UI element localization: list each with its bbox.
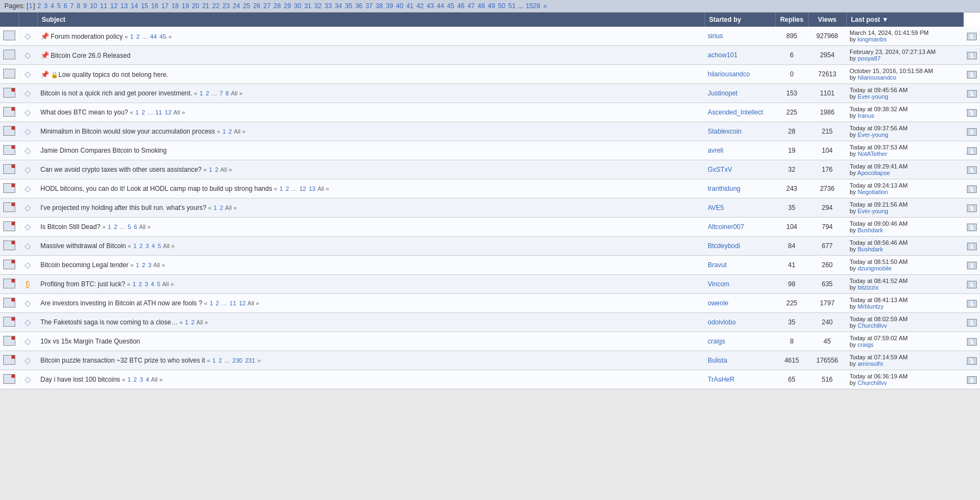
- row-started-by[interactable]: tranthidung: [704, 179, 775, 198]
- subject-link[interactable]: 10x vs 15x Margin Trade Question: [40, 338, 140, 345]
- row-lastpost-icon[interactable]: 📄: [964, 160, 980, 179]
- subject-link[interactable]: The Faketoshi saga is now coming to a cl…: [40, 318, 177, 326]
- started-by-link[interactable]: Ascended_Intellect: [708, 109, 763, 116]
- row-lastpost-icon[interactable]: 📄: [964, 46, 980, 65]
- subject-link[interactable]: Minimalism in Bitcoin would slow your ac…: [40, 128, 215, 135]
- page-49[interactable]: 49: [488, 2, 495, 10]
- row-lastpost-icon[interactable]: 📄: [964, 65, 980, 84]
- row-started-by[interactable]: Justinopet: [704, 84, 775, 103]
- subject-link[interactable]: Forum moderation policy: [51, 33, 123, 40]
- row-subject[interactable]: 📌🔒Low quality topics do not belong here.: [37, 65, 704, 84]
- page-38[interactable]: 38: [375, 2, 383, 10]
- row-lastpost-icon[interactable]: 📄: [964, 275, 980, 294]
- row-started-by[interactable]: GxSTxV: [704, 160, 775, 179]
- page-next[interactable]: »: [543, 2, 547, 10]
- started-by-link[interactable]: hilariousandco: [708, 70, 750, 78]
- page-3[interactable]: 3: [44, 2, 47, 10]
- subject-link[interactable]: HODL bitcoins, you can do it! Look at HO…: [40, 185, 272, 192]
- row-started-by[interactable]: odolvlobo: [704, 313, 775, 332]
- row-subject[interactable]: Bitcoin puzzle transaction ~32 BTC prize…: [37, 351, 704, 370]
- last-post-user-link[interactable]: Ever-young: [858, 208, 888, 214]
- page-48[interactable]: 48: [477, 2, 485, 10]
- page-27[interactable]: 27: [264, 2, 271, 10]
- page-50[interactable]: 50: [498, 2, 505, 10]
- page-45[interactable]: 45: [447, 2, 454, 10]
- row-subject[interactable]: What does BTC mean to you? « 1 2 … 11 12…: [37, 103, 704, 122]
- started-by-link[interactable]: odolvlobo: [708, 318, 736, 326]
- page-30[interactable]: 30: [294, 2, 301, 10]
- last-post-user-link[interactable]: hilariousandco: [858, 74, 897, 81]
- page-51[interactable]: 51: [508, 2, 515, 10]
- started-by-link[interactable]: TrAsHeR: [708, 376, 734, 383]
- page-4[interactable]: 4: [50, 2, 54, 10]
- last-post-user-link[interactable]: Churchillvv: [858, 322, 887, 329]
- page-33[interactable]: 33: [325, 2, 332, 10]
- started-by-link[interactable]: Stablexcoin: [708, 128, 742, 135]
- row-started-by[interactable]: Vincom: [704, 275, 775, 294]
- row-lastpost-icon[interactable]: 📄: [964, 103, 980, 122]
- row-subject[interactable]: 📌Bitcoin Core 26.0 Released: [37, 46, 704, 65]
- page-42[interactable]: 42: [416, 2, 423, 10]
- page-32[interactable]: 32: [314, 2, 321, 10]
- row-started-by[interactable]: Ascended_Intellect: [704, 103, 775, 122]
- row-subject[interactable]: 10x vs 15x Margin Trade Question: [37, 332, 704, 351]
- page-20[interactable]: 20: [192, 2, 199, 10]
- page-43[interactable]: 43: [427, 2, 434, 10]
- row-started-by[interactable]: Btcdeybodi: [704, 237, 775, 256]
- started-by-link[interactable]: sirius: [708, 32, 723, 40]
- page-13[interactable]: 13: [121, 2, 128, 10]
- started-by-link[interactable]: craigs: [708, 338, 725, 345]
- page-28[interactable]: 28: [273, 2, 280, 10]
- page-6[interactable]: 6: [64, 2, 68, 10]
- subject-link[interactable]: Bitcoin is not a quick rich and get poor…: [40, 89, 192, 97]
- row-started-by[interactable]: owenle: [704, 294, 775, 313]
- page-47[interactable]: 47: [468, 2, 475, 10]
- page-19[interactable]: 19: [182, 2, 189, 10]
- row-subject[interactable]: HODL bitcoins, you can do it! Look at HO…: [37, 179, 704, 198]
- row-subject[interactable]: 📌Forum moderation policy « 1 2 … 44 45 »: [37, 27, 704, 46]
- row-started-by[interactable]: Stablexcoin: [704, 122, 775, 141]
- last-post-user-link[interactable]: Bushdark: [858, 246, 883, 252]
- row-started-by[interactable]: Bulista: [704, 351, 775, 370]
- page-40[interactable]: 40: [396, 2, 403, 10]
- page-12[interactable]: 12: [110, 2, 117, 10]
- row-subject[interactable]: I've projected my holding after this bul…: [37, 198, 704, 218]
- last-post-user-link[interactable]: Ever-young: [858, 93, 888, 100]
- row-started-by[interactable]: hilariousandco: [704, 65, 775, 84]
- last-post-user-link[interactable]: kingmanbs: [858, 36, 887, 43]
- last-post-user-link[interactable]: Mrbluntzy: [858, 303, 884, 310]
- started-by-link[interactable]: Altcoiner007: [708, 223, 744, 231]
- row-lastpost-icon[interactable]: 📄: [964, 122, 980, 141]
- last-post-user-link[interactable]: bitzizzix: [858, 284, 879, 291]
- page-7[interactable]: 7: [70, 2, 74, 10]
- page-5[interactable]: 5: [57, 2, 61, 10]
- last-post-user-link[interactable]: NotATether: [858, 150, 887, 157]
- row-subject[interactable]: Are investors investing in Bitcoin at AT…: [37, 294, 704, 313]
- page-21[interactable]: 21: [202, 2, 209, 10]
- last-post-user-link[interactable]: pooya87: [858, 55, 881, 62]
- last-post-user-link[interactable]: Iranus: [858, 112, 875, 119]
- page-16[interactable]: 16: [151, 2, 158, 10]
- page-current[interactable]: 1: [29, 2, 33, 10]
- started-by-link[interactable]: Btcdeybodi: [708, 242, 740, 250]
- row-lastpost-icon[interactable]: 📄: [964, 198, 980, 218]
- subject-link[interactable]: Jamie Dimon Compares Bitcoin to Smoking: [40, 147, 166, 154]
- page-11[interactable]: 11: [100, 2, 107, 10]
- subject-link[interactable]: Is Bitcoin Still Dead?: [40, 223, 100, 231]
- page-36[interactable]: 36: [355, 2, 362, 10]
- row-lastpost-icon[interactable]: 📄: [964, 294, 980, 313]
- subject-link[interactable]: Can we avoid crypto taxes with other use…: [40, 166, 201, 173]
- started-by-link[interactable]: tranthidung: [708, 185, 740, 192]
- last-post-user-link[interactable]: Churchillvv: [858, 379, 887, 386]
- subject-link[interactable]: What does BTC mean to you?: [40, 109, 128, 116]
- row-lastpost-icon[interactable]: 📄: [964, 179, 980, 198]
- last-post-user-link[interactable]: Negotiation: [858, 189, 888, 195]
- page-29[interactable]: 29: [284, 2, 291, 10]
- page-9[interactable]: 9: [83, 2, 87, 10]
- started-by-link[interactable]: Bravut: [708, 261, 727, 269]
- row-started-by[interactable]: achow101: [704, 46, 775, 65]
- last-post-user-link[interactable]: craigs: [858, 341, 874, 348]
- page-10[interactable]: 10: [90, 2, 97, 10]
- subject-link[interactable]: Massive withdrawal of Bitcoin: [40, 242, 126, 250]
- row-lastpost-icon[interactable]: 📄: [964, 256, 980, 275]
